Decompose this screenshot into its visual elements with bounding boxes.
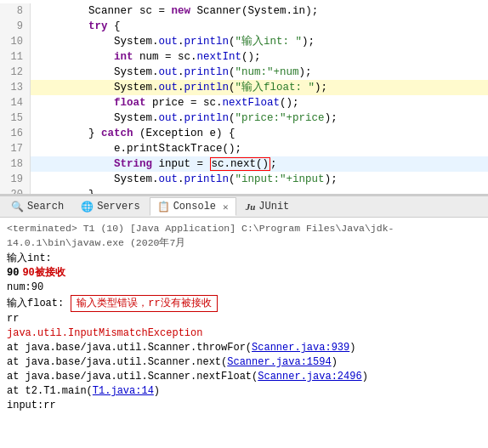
console-icon: 📋: [157, 201, 170, 213]
output-input-rr: input:rr: [7, 399, 56, 413]
annotation-90-accepted: 90被接收: [22, 266, 65, 281]
line-number: 17: [0, 141, 31, 156]
search-icon: 🔍: [11, 201, 24, 213]
tab-servers-label: Servers: [97, 201, 139, 213]
line-code: e.printStackTrace();: [31, 141, 241, 156]
code-editor: 8 Scanner sc = new Scanner(System.in); 9…: [0, 0, 488, 196]
console-output-line-5: rr: [7, 312, 481, 326]
tab-servers[interactable]: 🌐 Servers: [73, 197, 147, 216]
junit-icon: Ju: [246, 201, 256, 212]
code-line-13: 13 System.out.println("输入float: ");: [0, 80, 488, 95]
console-exception-line: java.util.InputMismatchException: [7, 326, 481, 341]
tab-console-label: Console: [173, 201, 216, 213]
code-line-12: 12 System.out.println("num:"+num);: [0, 65, 488, 80]
stacktrace-text: at java.base/java.util.Scanner.nextFloat…: [7, 370, 368, 384]
stacktrace-text: at t2.T1.main(T1.java:14): [7, 384, 160, 399]
code-line-14: 14 float price = sc.nextFloat();: [0, 95, 488, 111]
code-line-17: 17 e.printStackTrace();: [0, 141, 488, 156]
console-output-line-last: input:rr: [7, 399, 481, 413]
tab-junit[interactable]: Ju JUnit: [238, 197, 298, 216]
code-line-18: 18 String input = sc.next();: [0, 156, 488, 172]
stacktrace-line-1: at java.base/java.util.Scanner.throwFor(…: [7, 341, 481, 355]
close-icon[interactable]: ✕: [223, 201, 229, 213]
line-code: Scanner sc = new Scanner(System.in);: [31, 3, 318, 19]
line-number: 12: [0, 65, 31, 80]
output-90: 90: [7, 266, 19, 281]
line-code: int num = sc.nextInt();: [31, 49, 261, 65]
code-line-8: 8 Scanner sc = new Scanner(System.in);: [0, 3, 488, 19]
output-float-prompt: 输入float:: [7, 297, 64, 311]
line-number: 15: [0, 111, 31, 126]
console-section: 🔍 Search 🌐 Servers 📋 Console ✕ Ju JUnit …: [0, 196, 488, 448]
output-text: 输入int:: [7, 252, 52, 266]
line-number: 10: [0, 34, 31, 49]
tab-bar: 🔍 Search 🌐 Servers 📋 Console ✕ Ju JUnit: [0, 196, 488, 218]
stacktrace-line-4: at t2.T1.main(T1.java:14): [7, 384, 481, 399]
line-code: } catch (Exception e) {: [31, 126, 235, 141]
link-scanner-2496[interactable]: Scanner.java:2496: [258, 371, 361, 383]
line-code: System.out.println("price:"+price);: [31, 111, 338, 126]
line-code: System.out.println("输入float: ");: [31, 80, 327, 95]
code-lines: 8 Scanner sc = new Scanner(System.in); 9…: [0, 0, 488, 196]
line-code: System.out.println("输入int: ");: [31, 34, 315, 49]
code-line-10: 10 System.out.println("输入int: ");: [0, 34, 488, 49]
line-number: 11: [0, 49, 31, 65]
line-number: 13: [0, 80, 31, 95]
line-number: 16: [0, 126, 31, 141]
link-t1-14[interactable]: T1.java:14: [93, 385, 154, 397]
line-number: 8: [0, 3, 31, 19]
output-num90: num:90: [7, 281, 43, 295]
tab-search-label: Search: [27, 201, 64, 213]
code-line-9: 9 try {: [0, 19, 488, 34]
link-scanner-939[interactable]: Scanner.java:939: [252, 342, 349, 354]
line-number: 14: [0, 95, 31, 111]
stacktrace-text: at java.base/java.util.Scanner.next(Scan…: [7, 355, 338, 370]
line-code: String input = sc.next();: [31, 156, 277, 172]
stacktrace-line-3: at java.base/java.util.Scanner.nextFloat…: [7, 370, 481, 384]
tab-console[interactable]: 📋 Console ✕: [150, 197, 236, 216]
tab-junit-label: JUnit: [258, 201, 289, 213]
line-code: try {: [31, 19, 121, 34]
line-number: 20: [0, 187, 31, 196]
code-line-11: 11 int num = sc.nextInt();: [0, 49, 488, 65]
console-output: <terminated> T1 (10) [Java Application] …: [0, 218, 488, 448]
code-line-20: 20 }: [0, 187, 488, 196]
line-code: System.out.println("num:"+num);: [31, 65, 312, 80]
annotation-type-error: 输入类型错误，rr没有被接收: [71, 295, 217, 312]
console-output-line-1: 输入int:: [7, 252, 481, 266]
tab-search[interactable]: 🔍 Search: [3, 197, 71, 216]
servers-icon: 🌐: [81, 201, 94, 213]
code-line-16: 16 } catch (Exception e) {: [0, 126, 488, 141]
console-output-line-2: 90 90被接收: [7, 266, 481, 281]
line-code: float price = sc.nextFloat();: [31, 95, 299, 111]
stacktrace-text: at java.base/java.util.Scanner.throwFor(…: [7, 341, 355, 355]
line-number: 18: [0, 156, 31, 172]
line-number: 19: [0, 172, 31, 187]
console-output-line-4: 输入float: 输入类型错误，rr没有被接收: [7, 295, 481, 312]
console-header-line: <terminated> T1 (10) [Java Application] …: [7, 221, 481, 252]
console-header-text: <terminated> T1 (10) [Java Application] …: [7, 221, 481, 250]
code-line-19: 19 System.out.println("input:"+input);: [0, 172, 488, 187]
output-rr: rr: [7, 312, 19, 326]
console-output-line-3: num:90: [7, 281, 481, 295]
line-code: }: [31, 187, 95, 196]
exception-text: java.util.InputMismatchException: [7, 326, 202, 341]
link-scanner-1594[interactable]: Scanner.java:1594: [227, 356, 331, 368]
stacktrace-line-2: at java.base/java.util.Scanner.next(Scan…: [7, 355, 481, 370]
line-number: 9: [0, 19, 31, 34]
line-code: System.out.println("input:"+input);: [31, 172, 338, 187]
code-line-15: 15 System.out.println("price:"+price);: [0, 111, 488, 126]
